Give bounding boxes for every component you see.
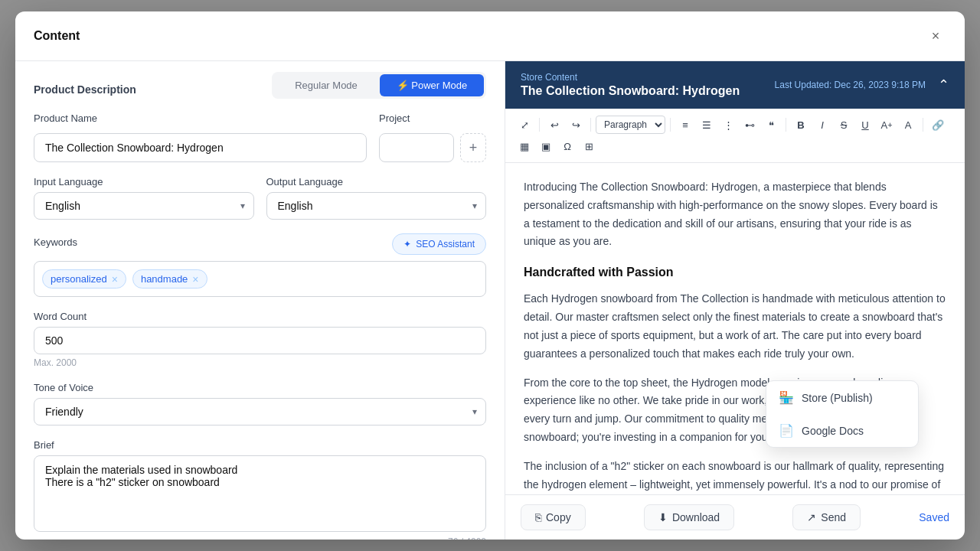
store-header: Store Content The Collection Snowboard: … xyxy=(505,61,965,109)
undo-button[interactable]: ↩ xyxy=(544,115,564,135)
brief-label: Brief xyxy=(34,439,486,451)
editor-footer: ⎘ Copy ⬇ Download ↗ Send Saved xyxy=(505,494,965,540)
project-input[interactable] xyxy=(379,133,454,162)
align-button[interactable]: ≡ xyxy=(675,115,695,135)
strikethrough-button[interactable]: S xyxy=(834,115,854,135)
word-count-section: Word Count Max. 2000 xyxy=(34,311,486,368)
name-project-row: Product Name Project + xyxy=(34,112,486,162)
redo-button[interactable]: ↪ xyxy=(566,115,586,135)
copy-icon: ⎘ xyxy=(535,511,541,523)
word-count-label: Word Count xyxy=(34,311,486,322)
power-mode-button[interactable]: ⚡ Power Mode xyxy=(380,74,484,96)
seo-btn-label: SEO Assistant xyxy=(416,239,475,249)
table-button[interactable]: ⊞ xyxy=(579,136,599,156)
last-updated: Last Updated: Dec 26, 2023 9:18 PM xyxy=(775,80,926,90)
input-language-label: Input Language xyxy=(34,176,254,187)
action-dropdown: 🏪 Store (Publish) 📄 Google Docs xyxy=(766,380,919,448)
list-button[interactable]: ☰ xyxy=(697,115,717,135)
paragraph-1: Each Hydrogen snowboard from The Collect… xyxy=(524,290,946,363)
send-label: Send xyxy=(821,511,846,523)
bold-button[interactable]: B xyxy=(791,115,811,135)
top-row: Product Description Regular Mode ⚡ Power… xyxy=(34,80,486,99)
toolbar-separator-4 xyxy=(786,118,786,132)
store-publish-label: Store (Publish) xyxy=(802,392,873,404)
special-char-button[interactable]: Ω xyxy=(557,136,577,156)
copy-label: Copy xyxy=(546,511,571,523)
seo-assistant-button[interactable]: ✦ SEO Assistant xyxy=(392,233,486,255)
keywords-label: Keywords xyxy=(34,236,77,248)
project-col: + xyxy=(379,133,486,162)
keyword-text: personalized xyxy=(51,273,107,285)
store-header-right: Last Updated: Dec 26, 2023 9:18 PM ⌃ xyxy=(775,77,949,93)
input-language-col: Input Language English ▾ xyxy=(34,176,254,220)
store-info: Store Content The Collection Snowboard: … xyxy=(521,72,740,98)
regular-mode-button[interactable]: Regular Mode xyxy=(274,74,378,96)
modal-overlay: Content × Product Description Regular Mo… xyxy=(0,0,980,551)
toolbar-separator-3 xyxy=(670,118,671,132)
keyword-pill-handmade: handmade × xyxy=(132,269,207,289)
keywords-header: Keywords ✦ SEO Assistant xyxy=(34,233,486,255)
blockquote-button[interactable]: ❝ xyxy=(761,115,781,135)
keyword-pill-personalized: personalized × xyxy=(42,269,126,289)
input-language-wrapper: English ▾ xyxy=(34,192,254,220)
keyword-remove-icon[interactable]: × xyxy=(192,274,198,285)
google-docs-item[interactable]: 📄 Google Docs xyxy=(766,414,918,447)
paragraph-select[interactable]: Paragraph xyxy=(596,116,665,134)
product-name-input[interactable] xyxy=(34,133,367,162)
saved-status: Saved xyxy=(919,511,949,523)
brief-section: Brief Explain the materials used in snow… xyxy=(34,439,486,540)
product-name-section: Product Name xyxy=(34,112,367,162)
content-modal: Content × Product Description Regular Mo… xyxy=(15,11,965,540)
keyword-remove-icon[interactable]: × xyxy=(112,274,118,285)
left-panel: Product Description Regular Mode ⚡ Power… xyxy=(15,61,505,540)
project-section: Project + xyxy=(379,112,486,162)
download-icon: ⬇ xyxy=(658,511,668,523)
toolbar-separator-1 xyxy=(539,118,540,132)
tone-select[interactable]: Friendly xyxy=(34,398,486,425)
char-count: 76 / 4000 xyxy=(34,536,486,540)
download-button[interactable]: ⬇ Download xyxy=(644,504,734,530)
close-button[interactable]: × xyxy=(925,25,946,47)
add-project-button[interactable]: + xyxy=(460,133,486,162)
word-count-input[interactable] xyxy=(34,327,486,354)
product-name-label: Product Name xyxy=(34,112,367,124)
tone-wrapper: Friendly ▾ xyxy=(34,398,486,425)
media-button[interactable]: ▣ xyxy=(536,136,556,156)
image-button[interactable]: ▦ xyxy=(514,136,534,156)
tone-section: Tone of Voice Friendly ▾ xyxy=(34,382,486,425)
output-language-select[interactable]: English xyxy=(266,192,487,220)
send-button[interactable]: ↗ Send xyxy=(792,504,861,530)
modal-body: Product Description Regular Mode ⚡ Power… xyxy=(15,61,965,540)
link-button[interactable]: 🔗 xyxy=(928,115,948,135)
tone-label: Tone of Voice xyxy=(34,382,486,393)
word-count-max-label: Max. 2000 xyxy=(34,357,486,368)
keyword-text: handmade xyxy=(141,273,188,285)
seo-icon: ✦ xyxy=(403,239,411,249)
output-language-label: Output Language xyxy=(266,176,487,187)
keywords-section: Keywords ✦ SEO Assistant personalized × … xyxy=(34,233,486,297)
font-size-button[interactable]: A+ xyxy=(877,115,897,135)
store-name: The Collection Snowboard: Hydrogen xyxy=(521,84,740,98)
input-language-select[interactable]: English xyxy=(34,192,254,220)
section-title: Product Description xyxy=(34,83,136,96)
expand-icon[interactable]: ⤢ xyxy=(514,115,534,135)
heading-1: Handcrafted with Passion xyxy=(524,262,946,282)
output-language-wrapper: English ▾ xyxy=(266,192,487,220)
ordered-list-button[interactable]: ⋮ xyxy=(718,115,738,135)
language-row: Input Language English ▾ Output Language xyxy=(34,176,486,220)
copy-button[interactable]: ⎘ Copy xyxy=(521,504,586,530)
text-color-button[interactable]: A xyxy=(898,115,918,135)
modal-header: Content × xyxy=(15,11,965,61)
download-label: Download xyxy=(672,511,720,523)
underline-button[interactable]: U xyxy=(855,115,875,135)
collapse-button[interactable]: ⌃ xyxy=(938,77,949,93)
store-publish-item[interactable]: 🏪 Store (Publish) xyxy=(766,381,918,414)
paragraph-3: The inclusion of a "h2" sticker on each … xyxy=(524,458,946,494)
google-docs-label: Google Docs xyxy=(802,425,864,437)
project-label: Project xyxy=(379,112,486,124)
intro-paragraph: Introducing The Collection Snowboard: Hy… xyxy=(524,178,946,251)
right-panel: Store Content The Collection Snowboard: … xyxy=(505,61,965,540)
italic-button[interactable]: I xyxy=(812,115,832,135)
brief-textarea[interactable]: Explain the materials used in snowboard … xyxy=(34,455,486,532)
indent-button[interactable]: ⊷ xyxy=(740,115,760,135)
